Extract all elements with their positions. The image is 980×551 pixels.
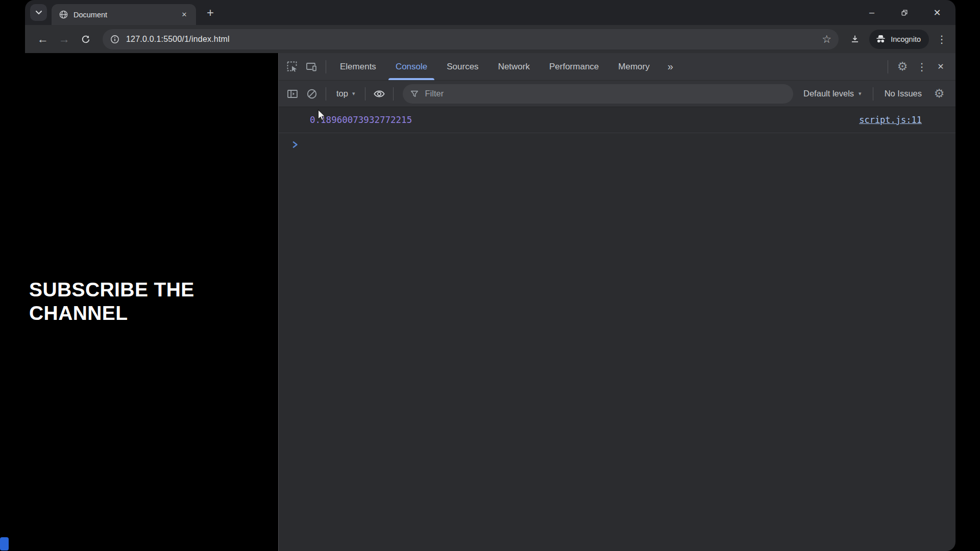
tab-label: Sources: [447, 62, 478, 72]
devtools-tab-network[interactable]: Network: [488, 53, 540, 80]
device-toolbar-icon: [306, 61, 318, 72]
clear-console-icon: [306, 88, 317, 99]
download-icon: [849, 34, 861, 45]
browser-window: Document ✕ + – ✕ ← →: [25, 0, 955, 551]
web-page: SUBSCRIBE THE CHANNEL: [25, 53, 278, 551]
context-label: top: [336, 89, 348, 98]
console-prompt-icon: [291, 141, 955, 148]
sidebar-toggle-icon: [287, 88, 298, 99]
bookmark-star-icon[interactable]: ☆: [822, 34, 831, 44]
tab-label: Performance: [549, 62, 599, 72]
tab-close-button[interactable]: ✕: [179, 9, 190, 20]
devtools-tab-sources[interactable]: Sources: [437, 53, 488, 80]
devtools-menu-button[interactable]: ⋮: [913, 61, 931, 73]
tab-title: Document: [74, 11, 179, 19]
context-selector[interactable]: top ▾: [330, 89, 361, 98]
devtools-tabbar: Elements Console Sources Network Perform…: [279, 53, 955, 80]
incognito-icon: [875, 34, 886, 44]
tab-label: Console: [396, 62, 427, 72]
console-prompt-row[interactable]: [279, 133, 955, 148]
filter-funnel-icon: [410, 89, 419, 98]
inspect-cursor-icon: [287, 61, 298, 72]
new-tab-button[interactable]: +: [202, 5, 218, 21]
incognito-badge: Incognito: [869, 30, 929, 49]
back-button[interactable]: ←: [32, 29, 54, 50]
devtools-tab-memory[interactable]: Memory: [608, 53, 659, 80]
divider: [873, 87, 873, 101]
live-expression-button[interactable]: [370, 88, 389, 99]
tab-label: Memory: [618, 62, 649, 72]
tab-search-button[interactable]: [30, 4, 47, 21]
omnibox[interactable]: 127.0.0.1:5500/1/index.html ☆: [103, 29, 839, 49]
restore-icon: [900, 9, 909, 17]
console-sidebar-toggle[interactable]: [283, 88, 302, 99]
device-toolbar-button[interactable]: [302, 53, 322, 80]
screenshot-stage: Document ✕ + – ✕ ← →: [0, 0, 980, 551]
devtools-panel: Elements Console Sources Network Perform…: [278, 53, 955, 551]
url-text[interactable]: 127.0.0.1:5500/1/index.html: [126, 35, 818, 44]
reload-icon: [81, 34, 91, 44]
globe-icon: [59, 10, 68, 19]
clear-console-button[interactable]: [302, 88, 322, 99]
more-tabs-button[interactable]: »: [659, 53, 681, 80]
filter-input[interactable]: [425, 89, 786, 98]
page-heading-line2: CHANNEL: [29, 302, 209, 325]
content-area: SUBSCRIBE THE CHANNEL: [25, 53, 955, 551]
downloads-button[interactable]: [845, 29, 865, 49]
browser-toolbar: ← → 127.0.0.1:5500/1: [25, 25, 955, 53]
minimize-button[interactable]: –: [867, 8, 877, 18]
forward-button[interactable]: →: [54, 29, 75, 50]
corner-blue-chip: [0, 537, 9, 550]
issues-counter[interactable]: No Issues: [877, 89, 929, 98]
devtools-tab-performance[interactable]: Performance: [540, 53, 608, 80]
tab-label: Network: [498, 62, 530, 72]
tab-label: Elements: [340, 62, 376, 72]
console-source-link[interactable]: script.js:11: [859, 115, 922, 125]
divider: [326, 60, 326, 73]
site-info-icon[interactable]: [110, 34, 120, 44]
eye-icon: [373, 88, 386, 99]
inspect-element-button[interactable]: [283, 53, 302, 80]
levels-label: Default levels: [803, 89, 854, 98]
console-toolbar: top ▾: [279, 80, 955, 107]
divider: [888, 60, 888, 73]
devtools-settings-button[interactable]: ⚙: [892, 60, 913, 73]
chevron-down-icon: ▾: [859, 90, 862, 97]
console-output: 0.18960073932772215 script.js:11: [279, 107, 955, 551]
reload-button[interactable]: [75, 29, 96, 50]
console-filter[interactable]: [403, 84, 793, 104]
divider: [326, 87, 326, 101]
devtools-close-button[interactable]: ✕: [931, 62, 950, 71]
console-settings-button[interactable]: ⚙: [929, 87, 949, 101]
devtools-tab-elements[interactable]: Elements: [330, 53, 386, 80]
log-levels-selector[interactable]: Default levels ▾: [796, 89, 869, 98]
devtools-tab-console[interactable]: Console: [386, 53, 437, 80]
divider: [365, 87, 365, 101]
chevron-down-icon: [35, 10, 42, 15]
tab-strip: Document ✕ + – ✕: [25, 0, 955, 25]
chevron-down-icon: ▾: [352, 90, 355, 97]
page-heading: SUBSCRIBE THE CHANNEL: [29, 278, 209, 325]
window-controls: – ✕: [867, 8, 955, 18]
console-log-value: 0.18960073932772215: [310, 115, 412, 125]
window-close-button[interactable]: ✕: [932, 8, 942, 18]
page-heading-line1: SUBSCRIBE THE: [29, 278, 209, 302]
devtools-tabbar-right: ⚙ ⋮ ✕: [884, 53, 955, 80]
console-message-row: 0.18960073932772215 script.js:11: [279, 107, 955, 133]
incognito-label: Incognito: [891, 35, 921, 43]
divider: [393, 87, 394, 101]
active-tab-underline: [388, 78, 434, 80]
restore-button[interactable]: [899, 8, 910, 18]
browser-menu-button[interactable]: ⋮: [934, 30, 949, 49]
browser-tab-document[interactable]: Document ✕: [52, 4, 196, 25]
